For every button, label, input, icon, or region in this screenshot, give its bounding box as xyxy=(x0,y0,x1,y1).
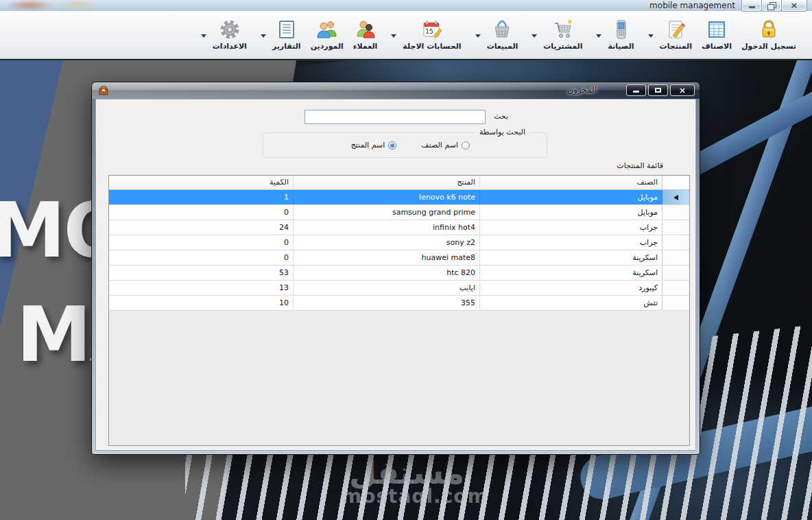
row-header-cell[interactable] xyxy=(662,190,689,204)
quantity-cell[interactable]: 0 xyxy=(109,250,293,265)
inventory-window-titlebar[interactable]: المخزون × xyxy=(92,82,700,99)
toolbar-button-content: الاعدادات xyxy=(213,19,247,51)
category-cell[interactable]: اسكرينة xyxy=(479,265,662,280)
product-list-title: قائمة المنتجات xyxy=(617,161,663,170)
dropdown-arrow-icon[interactable] xyxy=(596,34,601,38)
minimize-button[interactable] xyxy=(626,84,646,96)
product-cell[interactable]: huawei mate8 xyxy=(293,250,479,265)
row-header-cell[interactable] xyxy=(662,220,689,235)
row-header-cell[interactable] xyxy=(662,265,689,280)
search-input[interactable] xyxy=(304,110,486,124)
toolbar-button[interactable]: تسجيل الدخول xyxy=(737,16,801,53)
product-cell[interactable]: samsung grand prime xyxy=(293,205,479,220)
close-icon: × xyxy=(791,1,798,10)
product-cell[interactable]: htc 820 xyxy=(293,265,479,280)
product-cell[interactable]: 355 xyxy=(293,296,479,310)
toolbar-button[interactable]: المنتجات xyxy=(639,16,697,53)
toolbar-button[interactable]: الاعدادات xyxy=(192,16,252,53)
dropdown-arrow-icon[interactable] xyxy=(391,34,396,38)
current-row-arrow-icon xyxy=(673,195,678,200)
category-cell[interactable]: موبايل xyxy=(479,205,662,220)
close-button[interactable]: × xyxy=(781,0,807,12)
toolbar-button-content: المنتجات xyxy=(660,19,692,51)
category-cell[interactable]: كيبورد xyxy=(479,281,662,295)
table-row[interactable]: جرابsony z20 xyxy=(109,235,689,250)
dropdown-arrow-icon[interactable] xyxy=(261,34,266,38)
row-header-cell[interactable] xyxy=(662,281,689,295)
row-header-cell[interactable] xyxy=(662,235,689,250)
quantity-cell[interactable]: 13 xyxy=(109,281,293,295)
table-row[interactable]: كيبوردايابب13 xyxy=(109,281,689,296)
minimize-button[interactable] xyxy=(741,0,762,12)
grid-column-header[interactable]: الصنف xyxy=(479,176,662,189)
toolbar-button-content: المبيعات xyxy=(487,19,518,51)
toolbar-button[interactable]: المشتريات xyxy=(523,16,587,53)
product-cell[interactable]: sony z2 xyxy=(293,235,479,250)
toolbar-button[interactable]: المبيعات xyxy=(466,16,523,53)
close-icon: × xyxy=(679,86,686,95)
toolbar-button[interactable]: الصيانة xyxy=(587,16,638,53)
table-grid-icon xyxy=(706,19,728,40)
toolbar-button-label: الصيانة xyxy=(608,42,634,51)
minimize-icon xyxy=(633,91,639,93)
radio-icon[interactable] xyxy=(462,141,470,150)
shopping-cart-icon xyxy=(552,19,574,40)
table-row[interactable]: جرابinfinix hot424 xyxy=(109,220,689,235)
toolbar-button[interactable]: 15الحسابات الاجلة xyxy=(382,16,466,53)
table-row[interactable]: اسكرينةhtc 82053 xyxy=(109,265,689,281)
maximize-button[interactable] xyxy=(648,84,668,96)
edit-document-icon xyxy=(665,19,686,40)
grid-column-header[interactable]: المنتج xyxy=(293,176,479,189)
restore-icon xyxy=(767,2,776,9)
radio-selected-icon[interactable] xyxy=(388,141,396,150)
grid-corner-cell xyxy=(662,176,689,189)
customers-icon xyxy=(355,19,377,40)
toolbar-button[interactable]: العملاء xyxy=(348,16,382,53)
table-row[interactable]: موبايلsamsung grand prime0 xyxy=(109,205,689,220)
category-cell[interactable]: جراب xyxy=(479,220,662,235)
grid-column-header[interactable]: الكمية xyxy=(109,176,293,189)
product-cell[interactable]: ايابب xyxy=(293,281,479,295)
search-by-radio[interactable]: اسم المنتج xyxy=(351,141,397,150)
product-cell[interactable]: lenovo k6 note xyxy=(293,190,479,204)
close-button[interactable]: × xyxy=(670,84,695,96)
quantity-cell[interactable]: 0 xyxy=(109,205,293,220)
quantity-cell[interactable]: 53 xyxy=(109,265,293,280)
product-cell[interactable]: infinix hot4 xyxy=(293,220,479,235)
quantity-cell[interactable]: 1 xyxy=(109,190,293,204)
row-header-cell[interactable] xyxy=(662,296,689,310)
radio-label: اسم المنتج xyxy=(351,141,385,150)
toolbar-button[interactable]: الاصناف xyxy=(697,16,737,53)
table-row[interactable]: تتش35510 xyxy=(109,296,689,311)
dropdown-arrow-icon[interactable] xyxy=(648,34,654,38)
main-titlebar: mobile management xyxy=(0,0,812,11)
main-window-controls: × xyxy=(742,0,807,12)
dropdown-arrow-icon[interactable] xyxy=(475,34,481,38)
restore-button[interactable] xyxy=(761,0,782,12)
category-cell[interactable]: موبايل xyxy=(479,190,662,204)
table-row[interactable]: اسكرينةhuawei mate80 xyxy=(109,250,689,265)
row-header-cell[interactable] xyxy=(662,250,689,265)
dropdown-arrow-icon[interactable] xyxy=(201,34,206,38)
quantity-cell[interactable]: 0 xyxy=(109,235,293,250)
table-row[interactable]: موبايلlenovo k6 note1 xyxy=(109,190,689,205)
toolbar-button-content: 15الحسابات الاجلة xyxy=(403,19,461,51)
toolbar-button[interactable]: الموردين xyxy=(306,16,348,53)
quantity-cell[interactable]: 24 xyxy=(109,220,293,235)
calendar-icon: 15 xyxy=(421,19,443,40)
toolbar-button-content: الصيانة xyxy=(608,19,634,51)
grid-header-row: الصنفالمنتجالكمية xyxy=(109,176,689,190)
category-cell[interactable]: جراب xyxy=(479,235,662,250)
quantity-cell[interactable]: 10 xyxy=(109,296,293,310)
toolbar: تسجيل الدخولالاصنافالمنتجاتالصيانةالمشتر… xyxy=(0,11,812,59)
toolbar-button-label: الموردين xyxy=(311,42,344,51)
toolbar-button-label: التقارير xyxy=(272,42,301,51)
wallpaper-blob xyxy=(5,0,53,10)
category-cell[interactable]: اسكرينة xyxy=(479,250,662,265)
toolbar-button[interactable]: التقارير xyxy=(252,16,306,53)
category-cell[interactable]: تتش xyxy=(479,296,662,310)
row-header-cell[interactable] xyxy=(662,205,689,220)
search-by-radio[interactable]: اسم الصنف xyxy=(421,141,470,150)
dropdown-arrow-icon[interactable] xyxy=(532,34,537,38)
toolbar-button-content: العملاء xyxy=(353,19,377,51)
